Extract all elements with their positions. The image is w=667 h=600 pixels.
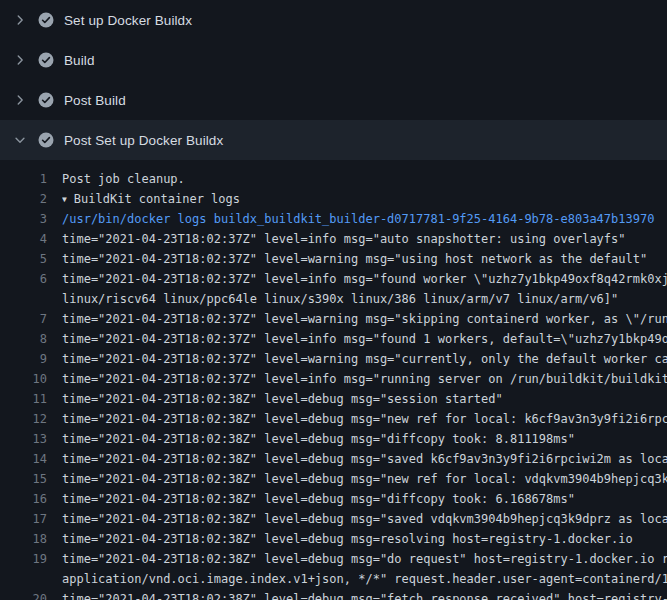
line-number[interactable]: 3 [0, 209, 47, 229]
line-number[interactable]: 5 [0, 249, 47, 269]
line-number[interactable]: 1 [0, 169, 47, 189]
log-row: 7time="2021-04-23T18:02:37Z" level=warni… [0, 309, 667, 329]
log-command-text: /usr/bin/docker logs buildx_buildkit_bui… [62, 209, 667, 229]
log-text: application/vnd.oci.image.index.v1+json,… [62, 569, 667, 589]
log-row: 19time="2021-04-23T18:02:38Z" level=debu… [0, 549, 667, 569]
log-row: 3/usr/bin/docker logs buildx_buildkit_bu… [0, 209, 667, 229]
line-number[interactable]: 14 [0, 449, 47, 469]
log-row: application/vnd.oci.image.index.v1+json,… [0, 569, 667, 589]
log-row: 13time="2021-04-23T18:02:38Z" level=debu… [0, 429, 667, 449]
check-circle-icon [38, 52, 54, 68]
log-text: time="2021-04-23T18:02:38Z" level=debug … [62, 429, 667, 449]
log-lines: 1Post job cleanup.2▼BuildKit container l… [0, 160, 667, 600]
log-row: 17time="2021-04-23T18:02:38Z" level=debu… [0, 509, 667, 529]
step-label: Set up Docker Buildx [64, 13, 192, 28]
log-group-row[interactable]: 2▼BuildKit container logs [0, 189, 667, 209]
line-number[interactable]: 17 [0, 509, 47, 529]
line-number[interactable]: 8 [0, 329, 47, 349]
log-row: 6time="2021-04-23T18:02:37Z" level=info … [0, 269, 667, 289]
log-text: time="2021-04-23T18:02:38Z" level=debug … [62, 489, 667, 509]
check-circle-icon [38, 92, 54, 108]
line-number[interactable]: 11 [0, 389, 47, 409]
line-number [0, 289, 47, 309]
log-row: 10time="2021-04-23T18:02:37Z" level=info… [0, 369, 667, 389]
log-row: 5time="2021-04-23T18:02:37Z" level=warni… [0, 249, 667, 269]
log-text: time="2021-04-23T18:02:38Z" level=debug … [62, 469, 667, 489]
log-row: 4time="2021-04-23T18:02:37Z" level=info … [0, 229, 667, 249]
step-label: Build [64, 53, 95, 68]
log-text: linux/riscv64 linux/ppc64le linux/s390x … [62, 289, 667, 309]
log-text: time="2021-04-23T18:02:37Z" level=info m… [62, 369, 667, 389]
log-text: time="2021-04-23T18:02:37Z" level=warnin… [62, 309, 667, 329]
line-number[interactable]: 7 [0, 309, 47, 329]
log-text: time="2021-04-23T18:02:38Z" level=debug … [62, 389, 667, 409]
chevron-right-icon [12, 92, 28, 108]
chevron-right-icon [12, 52, 28, 68]
line-number[interactable]: 12 [0, 409, 47, 429]
line-number[interactable]: 6 [0, 269, 47, 289]
line-number[interactable]: 20 [0, 589, 47, 600]
line-number[interactable]: 16 [0, 489, 47, 509]
log-row: 18time="2021-04-23T18:02:38Z" level=debu… [0, 529, 667, 549]
log-text: time="2021-04-23T18:02:38Z" level=debug … [62, 509, 667, 529]
log-text: Post job cleanup. [62, 169, 667, 189]
line-number[interactable]: 18 [0, 529, 47, 549]
step-header-post-set-up-docker-buildx[interactable]: Post Set up Docker Buildx [0, 120, 667, 160]
line-number [0, 569, 47, 589]
step-label: Post Set up Docker Buildx [64, 133, 223, 148]
line-number[interactable]: 10 [0, 369, 47, 389]
log-text: time="2021-04-23T18:02:38Z" level=debug … [62, 409, 667, 429]
log-row: 15time="2021-04-23T18:02:38Z" level=debu… [0, 469, 667, 489]
line-number[interactable]: 15 [0, 469, 47, 489]
step-label: Post Build [64, 93, 126, 108]
log-row: 9time="2021-04-23T18:02:37Z" level=warni… [0, 349, 667, 369]
log-text: time="2021-04-23T18:02:38Z" level=debug … [62, 529, 667, 549]
log-text: ▼BuildKit container logs [62, 189, 667, 209]
log-text: time="2021-04-23T18:02:37Z" level=info m… [62, 329, 667, 349]
log-row: linux/riscv64 linux/ppc64le linux/s390x … [0, 289, 667, 309]
log-row: 8time="2021-04-23T18:02:37Z" level=info … [0, 329, 667, 349]
line-number[interactable]: 9 [0, 349, 47, 369]
line-number[interactable]: 19 [0, 549, 47, 569]
step-header-set-up-docker-buildx[interactable]: Set up Docker Buildx [0, 0, 667, 40]
check-circle-icon [38, 132, 54, 148]
log-row: 1Post job cleanup. [0, 169, 667, 189]
log-text: time="2021-04-23T18:02:37Z" level=warnin… [62, 249, 667, 269]
line-number[interactable]: 13 [0, 429, 47, 449]
log-text: time="2021-04-23T18:02:38Z" level=debug … [62, 549, 667, 569]
step-header-build[interactable]: Build [0, 40, 667, 80]
log-text: time="2021-04-23T18:02:37Z" level=info m… [62, 229, 667, 249]
group-expanded-icon: ▼ [62, 190, 67, 209]
check-circle-icon [38, 12, 54, 28]
log-row: 20time="2021-04-23T18:02:38Z" level=debu… [0, 589, 667, 600]
log-text: time="2021-04-23T18:02:37Z" level=info m… [62, 269, 667, 289]
step-list: Set up Docker BuildxBuildPost BuildPost … [0, 0, 667, 160]
chevron-down-icon [12, 132, 28, 148]
line-number[interactable]: 2 [0, 189, 47, 209]
log-text: time="2021-04-23T18:02:38Z" level=debug … [62, 589, 667, 600]
log-row: 11time="2021-04-23T18:02:38Z" level=debu… [0, 389, 667, 409]
log-row: 14time="2021-04-23T18:02:38Z" level=debu… [0, 449, 667, 469]
chevron-right-icon [12, 12, 28, 28]
log-row: 16time="2021-04-23T18:02:38Z" level=debu… [0, 489, 667, 509]
line-number[interactable]: 4 [0, 229, 47, 249]
log-text: time="2021-04-23T18:02:38Z" level=debug … [62, 449, 667, 469]
log-row: 12time="2021-04-23T18:02:38Z" level=debu… [0, 409, 667, 429]
log-text: time="2021-04-23T18:02:37Z" level=warnin… [62, 349, 667, 369]
step-header-post-build[interactable]: Post Build [0, 80, 667, 120]
